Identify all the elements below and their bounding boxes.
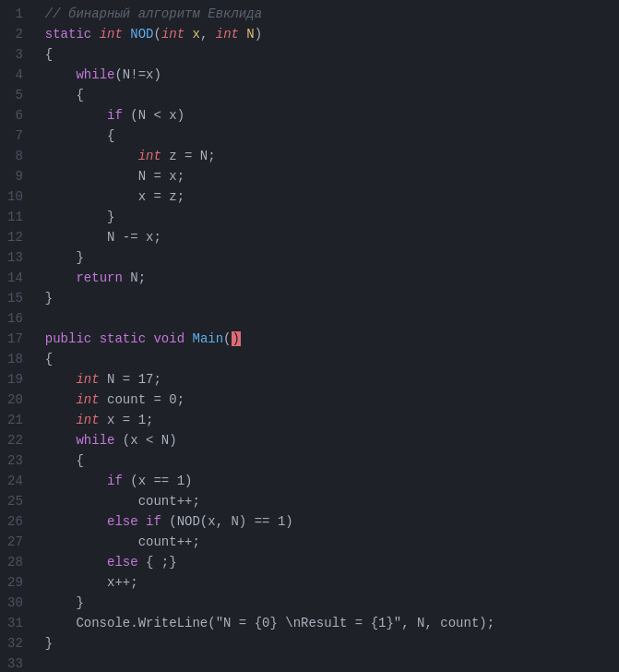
code-line-17: public static void Main() [45, 329, 619, 349]
code-line-24: if (x == 1) [45, 471, 619, 491]
code-line-25: count++; [45, 491, 619, 511]
line-numbers: 1 2 3 4 5 6 7 8 9 10 11 12 13 14 15 16 1… [0, 4, 38, 672]
code-line-21: int x = 1; [45, 410, 619, 430]
code-line-31: Console.WriteLine("N = {0} \nResult = {1… [45, 613, 619, 633]
code-line-14: return N; [45, 268, 619, 288]
code-line-19: int N = 17; [45, 369, 619, 390]
code-line-2: static int NOD(int x, int N) [45, 24, 619, 44]
code-line-16 [45, 308, 619, 329]
code-line-29: x++; [45, 572, 619, 593]
code-line-18: { [45, 349, 619, 369]
code-line-4: while(N!=x) [45, 65, 619, 85]
code-line-10: x = z; [45, 186, 619, 207]
code-line-28: else { ;} [45, 552, 619, 572]
code-line-1: // бинарный алгоритм Евклида [45, 4, 619, 24]
code-line-26: else if (NOD(x, N) == 1) [45, 511, 619, 532]
code-line-33 [45, 654, 619, 672]
code-line-9: N = x; [45, 166, 619, 186]
code-line-22: while (x < N) [45, 430, 619, 450]
code-line-15: } [45, 288, 619, 308]
code-line-23: { [45, 450, 619, 471]
code-content[interactable]: // бинарный алгоритм Евклида static int … [38, 4, 619, 672]
code-line-27: count++; [45, 532, 619, 552]
code-line-32: } [45, 633, 619, 654]
code-line-20: int count = 0; [45, 390, 619, 410]
code-line-11: } [45, 207, 619, 227]
code-line-13: } [45, 247, 619, 268]
code-line-7: { [45, 126, 619, 146]
code-line-30: } [45, 593, 619, 613]
code-line-5: { [45, 85, 619, 105]
code-line-3: { [45, 44, 619, 65]
code-line-6: if (N < x) [45, 105, 619, 126]
code-line-8: int z = N; [45, 146, 619, 166]
code-line-12: N -= x; [45, 227, 619, 247]
code-editor: 1 2 3 4 5 6 7 8 9 10 11 12 13 14 15 16 1… [0, 0, 619, 672]
